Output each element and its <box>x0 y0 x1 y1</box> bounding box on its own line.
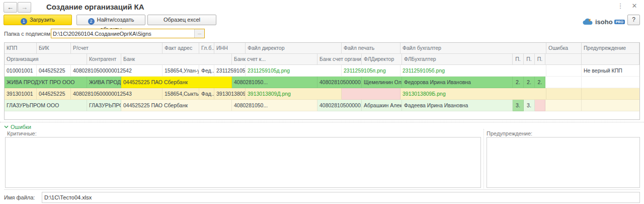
help-button[interactable]: ? <box>627 15 640 25</box>
forward-button[interactable]: → <box>18 2 31 13</box>
find-create-button[interactable]: 2Найти/создать объекты <box>76 15 145 25</box>
load-button[interactable]: 1Загрузить <box>4 15 72 25</box>
header-row-b: Организация Контрагент Банк Банк счет к.… <box>5 54 639 65</box>
cell-bank-acc-org[interactable]: 40802810500000... <box>317 100 362 111</box>
cell-file-accountant[interactable]: 2311259105б.png <box>400 65 546 77</box>
col-blank-1 <box>545 54 582 65</box>
back-button[interactable]: ← <box>4 2 17 13</box>
panel-splitter[interactable] <box>484 129 484 188</box>
col-p3: П. <box>535 54 545 65</box>
cell-error[interactable] <box>546 88 582 100</box>
cell-chief-acc[interactable]: Фад... <box>199 88 214 100</box>
cell-fl-director[interactable]: Абрашкин Алексей ... <box>362 100 402 111</box>
app-window: ← → Создание организаций КА ⋮ ✕ 1Загрузи… <box>0 0 644 204</box>
cell-bank[interactable]: 044525225 ПАО Сбербанк <box>121 100 232 111</box>
section-divider <box>0 122 644 122</box>
cloud-icon <box>583 18 594 26</box>
cell-p1[interactable]: 3. <box>513 100 524 111</box>
col-fact-address: Факт адрес <box>163 43 199 54</box>
cell-organization[interactable]: ГЛАЗУРЬПРОМ ООО <box>5 100 87 111</box>
col-file-stamp: Файл печать <box>342 43 400 54</box>
cell-account[interactable]: 40802810500000012542 <box>71 65 163 77</box>
cell-inn[interactable]: 3913013809 <box>214 88 246 100</box>
cell-file-director[interactable]: 3913013809Д.png <box>246 88 342 100</box>
col-p2: П. <box>524 54 535 65</box>
col-kpp: КПП <box>5 43 37 54</box>
col-organization: Организация <box>5 54 87 65</box>
cell-bank-selected[interactable]: 044525225 ПАО Сбербанк <box>121 77 232 88</box>
col-bank-acc-org: Банк счет организ... <box>317 54 362 65</box>
cell-error[interactable] <box>546 65 582 77</box>
cell-fact-address[interactable]: 158654,Сыктыв... <box>163 88 199 100</box>
col-chief-acc: Гл.б... <box>199 43 214 54</box>
back-arrow-icon: ← <box>7 4 14 11</box>
cell-p2[interactable]: 2. <box>524 77 535 88</box>
cell-counterparty[interactable]: ЖИВА ПРОД... <box>87 77 121 88</box>
cell-blank[interactable] <box>545 77 582 88</box>
col-fl-accountant: ФЛБухгалтер <box>402 54 513 65</box>
file-name-input[interactable] <box>42 192 640 203</box>
file-name-label: Имя файла: <box>4 194 35 200</box>
col-p1: П. <box>513 54 524 65</box>
cell-warning[interactable]: Не верный КПП <box>582 65 639 77</box>
cell-bik[interactable]: 044525225 <box>37 65 71 77</box>
cell-file-director[interactable]: 2311259105д.png <box>246 65 342 77</box>
errors-group-toggle[interactable]: Ошибки <box>4 124 31 130</box>
cell-warning[interactable] <box>582 88 639 100</box>
brand-tag: pro <box>614 20 625 24</box>
cell-bik[interactable]: 044525225 <box>37 88 71 100</box>
brand-name: isoho <box>595 18 613 26</box>
browse-button[interactable]: ... <box>194 29 204 38</box>
folder-input[interactable] <box>51 29 194 38</box>
col-error: Ошибка <box>546 43 582 54</box>
folder-label: Папка с подписями: <box>4 31 55 37</box>
col-warning: Предупреждение <box>582 43 639 54</box>
cell-file-stamp-missing[interactable] <box>342 88 400 100</box>
col-counterparty: Контрагент <box>87 54 121 65</box>
table-row-1b: ЖИВА ПРОДУКТ ПРО ООО ЖИВА ПРОД... 044525… <box>5 77 639 88</box>
cell-fact-address[interactable]: 158654,Улан-у... <box>163 65 199 77</box>
bottom-divider <box>4 189 640 190</box>
cell-fl-accountant[interactable]: Федорова Ирина Ивановна <box>402 77 513 88</box>
cell-counterparty[interactable]: ГЛАЗУРЬПРО... <box>87 100 121 111</box>
cell-organization[interactable]: ЖИВА ПРОДУКТ ПРО ООО <box>5 77 87 88</box>
cell-p3[interactable]: 2. <box>535 77 545 88</box>
cell-inn[interactable]: 2311259105 <box>214 65 246 77</box>
table-row-1a: 010001001 044525225 40802810500000012542… <box>5 65 639 77</box>
cell-blank[interactable] <box>545 100 582 111</box>
col-file-accountant: Файл бухгалтер <box>400 43 546 54</box>
cell-blank[interactable] <box>582 100 639 111</box>
errors-group-title: Ошибки <box>11 124 31 130</box>
col-inn: ИНН <box>214 43 246 54</box>
table-row-2b: ГЛАЗУРЬПРОМ ООО ГЛАЗУРЬПРО... 044525225 … <box>5 100 639 111</box>
cell-file-stamp[interactable]: 2311259105п.png <box>342 65 400 77</box>
cell-fl-director[interactable]: Щемелинин Олег Ал... <box>362 77 402 88</box>
excel-sample-button[interactable]: Образец excel <box>147 15 216 25</box>
folder-field-wrapper: ... <box>51 29 205 38</box>
cell-fl-accountant[interactable]: Фадеева Ирина Ивановна <box>402 100 513 111</box>
critical-errors-label: Критичные: <box>7 130 37 137</box>
cell-p3-missing[interactable] <box>535 100 545 111</box>
page-title: Создание организаций КА <box>46 3 144 11</box>
cell-kpp[interactable]: 391301001 <box>5 88 37 100</box>
cell-bank-acc-k[interactable]: 4080281050... <box>232 100 317 111</box>
close-icon[interactable]: ✕ <box>630 2 639 10</box>
col-bik: БИК <box>37 43 71 54</box>
table-row-2a: 391301001 044525225 40802810500000012543… <box>5 88 639 100</box>
more-menu-icon[interactable]: ⋮ <box>616 2 625 10</box>
warnings-textarea[interactable] <box>487 137 640 188</box>
cell-bank-acc-org[interactable]: 40802810500000... <box>317 77 362 88</box>
cell-blank[interactable] <box>582 77 639 88</box>
col-blank-2 <box>582 54 639 65</box>
cell-kpp[interactable]: 010001001 <box>5 65 37 77</box>
cell-account[interactable]: 40802810500000012543 <box>71 88 163 100</box>
cell-bank-acc-k[interactable]: 4080281050... <box>232 77 317 88</box>
excel-sample-button-label: Образец excel <box>164 17 200 23</box>
col-fl-director: ФЛДиректор <box>362 54 402 65</box>
critical-errors-textarea[interactable] <box>5 137 481 188</box>
cell-chief-acc[interactable]: Фед... <box>199 65 214 77</box>
cell-file-accountant[interactable]: 3913013809Б.png <box>400 88 546 100</box>
warnings-label: Предупреждение: <box>487 130 532 137</box>
cell-p2[interactable]: 3. <box>524 100 535 111</box>
cell-p1[interactable]: 2. <box>513 77 524 88</box>
